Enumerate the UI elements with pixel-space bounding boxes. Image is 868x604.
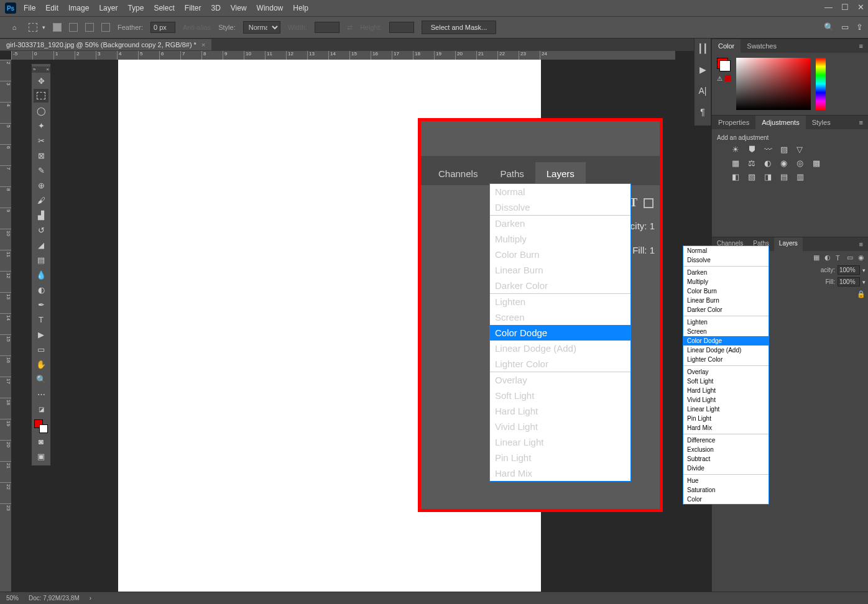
zoom-blend-option-linear-light[interactable]: Linear Light [490,434,630,450]
hue-slider[interactable] [816,58,826,110]
selection-mode-subtract[interactable] [85,23,94,32]
zoom-blend-option-lighten[interactable]: Lighten [490,294,630,309]
screen-mode-icon[interactable]: ▣ [34,449,48,463]
menu-select[interactable]: Select [154,4,174,12]
zoom-blend-option-screen[interactable]: Screen [490,309,630,325]
zoom-tab-channels[interactable]: Channels [427,162,489,185]
zoom-filter-shape-icon[interactable] [644,198,653,208]
selection-mode-new[interactable] [53,23,62,32]
zoom-tab-paths[interactable]: Paths [489,162,535,185]
invert-adj-icon[interactable]: ◧ [732,172,742,182]
minimize-icon[interactable]: — [824,2,833,12]
opacity-input[interactable] [838,265,860,275]
tab-color[interactable]: Color [712,39,741,53]
blend-option-saturation[interactable]: Saturation [683,485,769,495]
threshold-adj-icon[interactable]: ◨ [764,172,774,182]
blend-option-lighten[interactable]: Lighten [683,318,769,327]
tab-close-icon[interactable]: × [201,41,205,48]
menu-file[interactable]: File [24,4,35,12]
vibrance-adj-icon[interactable]: ▽ [796,145,806,155]
doc-size[interactable]: Doc: 7,92M/23,8M [29,595,80,602]
brightness-adj-icon[interactable]: ☀ [732,145,742,155]
tab-layers[interactable]: Layers [774,237,803,251]
blend-option-darken[interactable]: Darken [683,268,769,277]
blend-option-color[interactable]: Color [683,495,769,504]
tab-styles[interactable]: Styles [806,116,837,129]
eyedropper-tool[interactable]: ✎ [34,163,48,177]
selection-mode-intersect[interactable] [101,23,110,32]
style-select[interactable]: Normal [243,21,280,34]
menu-window[interactable]: Window [257,4,284,12]
zoom-blend-mode-dropdown[interactable]: NormalDissolveDarkenMultiplyColor BurnLi… [489,183,631,482]
default-colors-icon[interactable]: ◪ [34,402,48,416]
actions-panel-icon[interactable]: ▶ [699,65,706,75]
menu-filter[interactable]: Filter [185,4,201,12]
history-brush-tool[interactable]: ↺ [34,223,48,237]
blend-option-hue[interactable]: Hue [683,476,769,485]
filter-smart-icon[interactable]: ◉ [858,254,866,262]
blend-option-multiply[interactable]: Multiply [683,277,769,286]
history-panel-icon[interactable]: ┃┃ [698,43,708,53]
marquee-preset[interactable]: ▾ [29,23,45,32]
menu-help[interactable]: Help [293,4,308,12]
zoom-tool[interactable]: 🔍 [34,372,48,386]
zoom-blend-option-normal[interactable]: Normal [490,184,630,199]
blend-option-vivid-light[interactable]: Vivid Light [683,395,769,405]
character-panel-icon[interactable]: A| [699,86,707,96]
paragraph-panel-icon[interactable]: ¶ [700,107,705,117]
selection-mode-add[interactable] [69,23,78,32]
gradient-tool[interactable]: ▤ [34,253,48,267]
zoom-blend-option-color-dodge[interactable]: Color Dodge [490,325,630,341]
dodge-tool[interactable]: ◐ [34,283,48,296]
blend-option-divide[interactable]: Divide [683,464,769,473]
zoom-blend-option-linear-burn[interactable]: Linear Burn [490,262,630,278]
blend-option-linear-dodge-add-[interactable]: Linear Dodge (Add) [683,345,769,355]
zoom-blend-option-soft-light[interactable]: Soft Light [490,388,630,403]
menu-view[interactable]: View [231,4,247,12]
background-color[interactable] [39,424,48,433]
blend-mode-dropdown[interactable]: NormalDissolveDarkenMultiplyColor BurnLi… [683,245,769,505]
status-arrow-icon[interactable]: › [90,595,91,602]
menu-type[interactable]: Type [127,4,144,12]
blend-option-pin-light[interactable]: Pin Light [683,414,769,423]
colorbalance-adj-icon[interactable]: ⚖ [748,158,758,168]
crop-tool[interactable]: ✂ [34,134,48,147]
zoom-blend-option-darker-color[interactable]: Darker Color [490,278,630,293]
layers-panel-menu-icon[interactable]: ≡ [854,237,868,251]
blend-option-hard-mix[interactable]: Hard Mix [683,423,769,432]
lasso-tool[interactable]: ◯ [34,104,48,117]
posterize-adj-icon[interactable]: ▧ [748,172,758,182]
tab-swatches[interactable]: Swatches [741,39,783,53]
color-panel-menu-icon[interactable]: ≡ [854,39,868,53]
filter-pixel-icon[interactable]: ▦ [813,254,821,262]
fill-input[interactable] [838,277,860,286]
selectivecolor-adj-icon[interactable]: ▥ [796,172,806,182]
rectangle-tool[interactable]: ▭ [34,342,48,356]
quick-mask-icon[interactable]: ◙ [34,434,48,448]
home-icon[interactable]: ⌂ [7,22,21,33]
color-chip[interactable] [717,58,731,71]
hue-adj-icon[interactable]: ▦ [732,158,742,168]
color-swatches[interactable] [34,419,48,433]
blend-option-normal[interactable]: Normal [683,246,769,255]
gradientmap-adj-icon[interactable]: ▤ [780,172,790,182]
search-icon[interactable]: 🔍 [824,22,834,32]
channelmixer-adj-icon[interactable]: ◎ [796,158,806,168]
type-tool[interactable]: T [34,313,48,326]
menu-layer[interactable]: Layer [99,4,118,12]
eraser-tool[interactable]: ◢ [34,238,48,252]
levels-adj-icon[interactable]: ⛊ [748,145,758,155]
zoom-blend-option-pin-light[interactable]: Pin Light [490,450,630,465]
hand-tool[interactable]: ✋ [34,357,48,371]
frame-tool[interactable]: ⊠ [34,149,48,162]
menu-image[interactable]: Image [68,4,89,12]
zoom-blend-option-lighter-color[interactable]: Lighter Color [490,356,630,372]
blend-option-subtract[interactable]: Subtract [683,454,769,464]
magic-wand-tool[interactable]: ✦ [34,119,48,132]
colorlookup-adj-icon[interactable]: ▩ [813,158,823,168]
blend-option-linear-burn[interactable]: Linear Burn [683,296,769,305]
filter-adjust-icon[interactable]: ◐ [824,254,832,262]
marquee-tool[interactable] [34,89,48,103]
filter-shape-icon[interactable]: ▭ [847,254,854,262]
gamut-warning-icon[interactable]: ⚠ [717,75,723,82]
